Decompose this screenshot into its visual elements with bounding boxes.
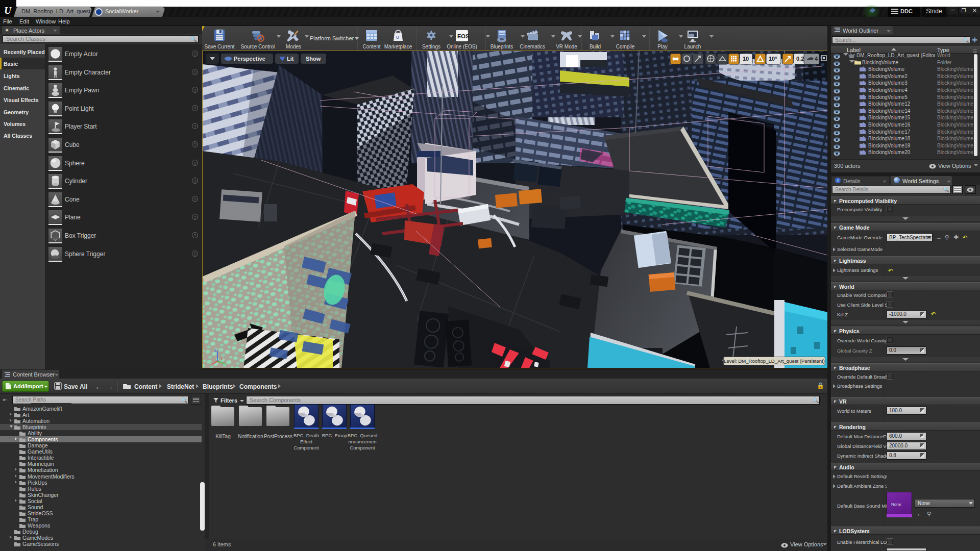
svg-text:10: 10: [743, 56, 749, 62]
svg-text:4: 4: [815, 56, 818, 62]
svg-text:Perspective: Perspective: [234, 56, 265, 62]
svg-text:EOS: EOS: [457, 33, 469, 39]
svg-text:x: x: [220, 356, 223, 361]
svg-text:Show: Show: [306, 56, 321, 62]
svg-text:10°: 10°: [769, 56, 777, 62]
svg-text:z: z: [214, 348, 217, 353]
svg-text:Lit: Lit: [287, 56, 294, 62]
svg-text:U: U: [396, 35, 399, 40]
